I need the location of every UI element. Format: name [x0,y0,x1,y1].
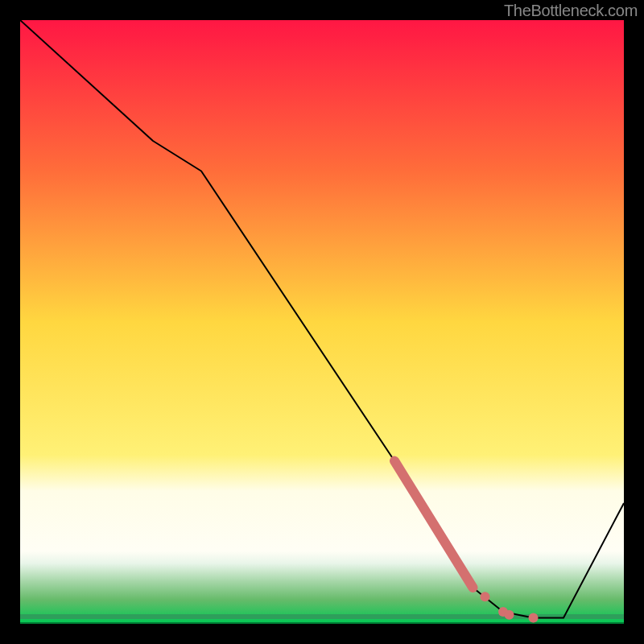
watermark-text: TheBottleneck.com [504,2,638,20]
chart-svg [20,20,624,624]
chart-container: TheBottleneck.com [0,0,644,644]
highlight-point [481,592,490,601]
highlight-point [529,613,539,623]
svg-rect-0 [20,20,624,624]
highlight-point [505,610,514,620]
plot-area [20,20,624,624]
